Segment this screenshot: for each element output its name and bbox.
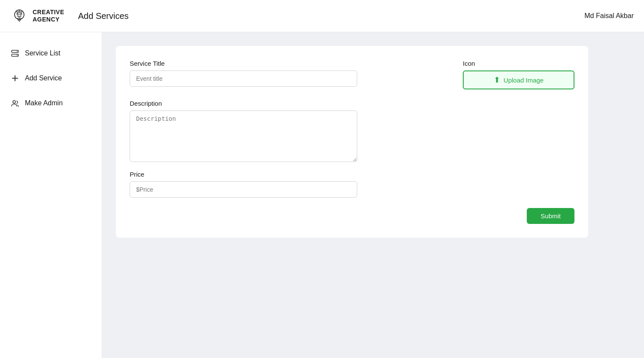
form-top-row: Service Title Icon ⬆ Upload Image	[130, 60, 574, 89]
plus-icon	[10, 73, 20, 83]
sidebar-item-add-service-label: Add Service	[25, 74, 62, 82]
svg-line-2	[16, 11, 17, 12]
logo: CREATIVE AGENCY	[10, 7, 64, 25]
main-layout: Service List Add Service Make Admin	[0, 32, 644, 358]
price-group: Price	[130, 171, 574, 198]
sidebar-item-service-list-label: Service List	[25, 49, 61, 57]
logo-text: CREATIVE AGENCY	[33, 9, 64, 23]
upload-button-label: Upload Image	[504, 76, 544, 84]
icon-label: Icon	[463, 60, 574, 67]
description-input[interactable]	[130, 110, 357, 162]
page-title: Add Services	[78, 11, 129, 21]
header: CREATIVE AGENCY Add Services Md Faisal A…	[0, 0, 644, 32]
server-icon	[10, 49, 20, 58]
header-user: Md Faisal Akbar	[584, 12, 634, 20]
sidebar-item-make-admin-label: Make Admin	[25, 99, 63, 107]
header-left: CREATIVE AGENCY Add Services	[10, 7, 129, 25]
svg-point-14	[17, 55, 18, 56]
description-group: Description	[130, 100, 574, 162]
users-icon	[10, 98, 20, 108]
svg-point-13	[17, 51, 18, 52]
service-title-label: Service Title	[130, 60, 442, 67]
price-label: Price	[130, 171, 574, 178]
logo-icon	[10, 7, 28, 25]
service-title-input[interactable]	[130, 70, 357, 87]
submit-button[interactable]: Submit	[527, 208, 574, 224]
sidebar-item-add-service[interactable]: Add Service	[0, 66, 102, 91]
sidebar-item-make-admin[interactable]: Make Admin	[0, 91, 102, 116]
form-card: Service Title Icon ⬆ Upload Image Descri…	[116, 46, 588, 238]
svg-rect-5	[18, 19, 21, 21]
form-bottom-row: Submit	[130, 208, 574, 224]
sidebar: Service List Add Service Make Admin	[0, 32, 102, 358]
upload-image-button[interactable]: ⬆ Upload Image	[463, 70, 574, 89]
svg-point-17	[13, 101, 15, 103]
svg-line-3	[21, 11, 22, 12]
description-label: Description	[130, 100, 574, 107]
upload-icon: ⬆	[494, 75, 500, 85]
service-title-group: Service Title	[130, 60, 442, 87]
content-area: Service Title Icon ⬆ Upload Image Descri…	[102, 32, 644, 358]
icon-group: Icon ⬆ Upload Image	[463, 60, 574, 89]
sidebar-item-service-list[interactable]: Service List	[0, 41, 102, 66]
price-input[interactable]	[130, 181, 357, 198]
